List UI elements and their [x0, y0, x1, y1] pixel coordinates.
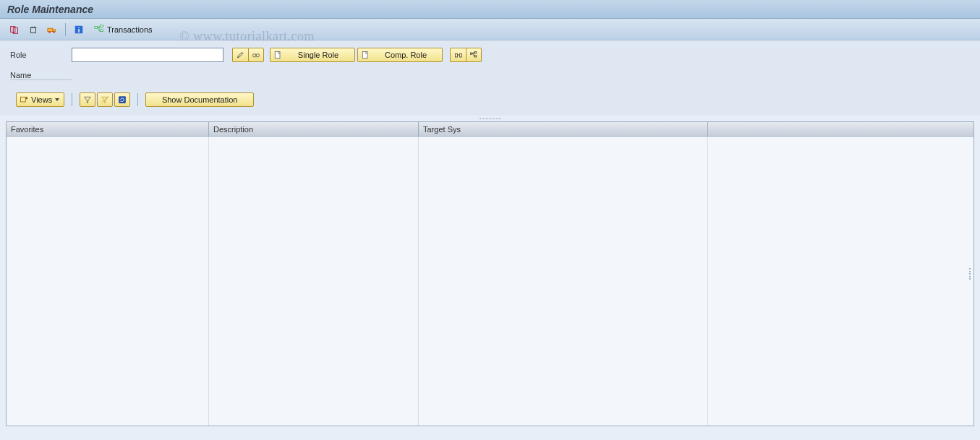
additional-actions-group: [450, 48, 482, 62]
svg-rect-6: [48, 28, 53, 31]
secondary-separator: [72, 93, 72, 106]
filter-button[interactable]: [80, 92, 95, 107]
svg-point-9: [53, 31, 54, 33]
refresh-icon: [118, 95, 127, 104]
main-toolbar: i Transactions: [0, 19, 980, 40]
name-row: Name: [10, 65, 970, 82]
svg-rect-18: [275, 52, 280, 59]
filter-delete-button[interactable]: [97, 92, 113, 107]
refresh-button[interactable]: [114, 92, 130, 107]
role-row: Role Si: [10, 46, 970, 64]
delete-icon-button[interactable]: [26, 22, 41, 37]
favorites-grid: Favorites Description Target Sys: [6, 121, 974, 426]
role-input[interactable]: [72, 48, 223, 62]
svg-rect-7: [53, 30, 56, 32]
svg-rect-2: [31, 27, 36, 33]
grid-col-target: [419, 137, 708, 426]
transactions-label: Transactions: [107, 25, 153, 34]
svg-point-15: [253, 54, 257, 58]
info-icon: i: [74, 25, 84, 35]
svg-rect-19: [362, 52, 367, 59]
new-page-icon: [273, 51, 282, 59]
show-documentation-button[interactable]: Show Documentation: [145, 92, 254, 107]
grid-col-favorites: [7, 137, 209, 426]
svg-rect-12: [95, 26, 98, 28]
svg-rect-23: [471, 53, 472, 54]
hierarchy-icon: [94, 25, 104, 35]
views-group: Views: [16, 92, 64, 107]
role-label: Role: [10, 51, 72, 59]
column-header-extra[interactable]: [708, 122, 973, 136]
truck-icon: [47, 25, 57, 35]
display-button[interactable]: [248, 48, 264, 62]
grid-col-extra: [708, 137, 973, 426]
column-header-target-sys[interactable]: Target Sys: [419, 122, 708, 136]
views-label: Views: [31, 95, 52, 104]
single-role-button[interactable]: Single Role: [270, 48, 355, 62]
svg-line-29: [102, 97, 108, 103]
svg-rect-21: [459, 54, 461, 58]
transactions-button[interactable]: Transactions: [90, 22, 156, 37]
create-role-group: Single Role Comp. Role: [270, 48, 443, 62]
grid-body: [7, 137, 973, 426]
edit-display-group: [232, 48, 264, 62]
transport-icon-button[interactable]: [45, 22, 59, 37]
change-button[interactable]: [232, 48, 248, 62]
show-documentation-label: Show Documentation: [162, 95, 238, 104]
svg-rect-14: [101, 30, 103, 32]
new-page-icon: [361, 51, 370, 59]
svg-rect-13: [101, 25, 103, 27]
svg-text:i: i: [78, 25, 80, 33]
svg-point-8: [48, 31, 50, 33]
secondary-toolbar: Views: [10, 84, 970, 111]
svg-point-16: [256, 54, 260, 58]
svg-rect-24: [475, 52, 477, 53]
comp-role-button[interactable]: Comp. Role: [357, 48, 443, 62]
page-title: Role Maintenance: [7, 4, 93, 15]
column-header-description[interactable]: Description: [209, 122, 419, 136]
svg-rect-26: [21, 97, 26, 102]
grid-col-description: [209, 137, 419, 426]
glasses-icon: [252, 51, 260, 59]
filter-group: [80, 92, 130, 107]
form-area: Role Si: [0, 40, 980, 116]
watermark-text: © www.tutorialkart.com: [179, 29, 315, 44]
title-bar: Role Maintenance: [0, 0, 980, 19]
grid-header: Favorites Description Target Sys: [7, 122, 973, 137]
dropdown-triangle-icon: [55, 98, 59, 101]
trash-icon: [28, 25, 38, 35]
funnel-off-icon: [101, 95, 109, 104]
comp-role-label: Comp. Role: [374, 51, 438, 59]
name-label: Name: [10, 71, 72, 80]
svg-rect-30: [119, 96, 126, 103]
hierarchy-icon: [469, 51, 478, 59]
where-used-button[interactable]: [450, 48, 466, 62]
horizontal-splitter[interactable]: [0, 116, 980, 121]
binoculars-icon: [454, 51, 463, 59]
two-pages-icon: [9, 25, 20, 35]
secondary-separator-2: [137, 93, 138, 106]
inheritance-button[interactable]: [466, 48, 482, 62]
pencil-icon: [237, 51, 245, 59]
views-dropdown-button[interactable]: Views: [16, 92, 64, 107]
toolbar-separator: [65, 23, 66, 36]
add-view-icon: [20, 95, 28, 104]
info-icon-button[interactable]: i: [72, 22, 86, 37]
funnel-icon: [83, 95, 92, 104]
svg-rect-20: [455, 54, 457, 58]
vertical-splitter-handle[interactable]: [969, 268, 972, 280]
svg-rect-25: [475, 56, 477, 57]
copy-icon-button[interactable]: [7, 22, 22, 37]
single-role-label: Single Role: [286, 51, 350, 59]
column-header-favorites[interactable]: Favorites: [7, 122, 209, 136]
